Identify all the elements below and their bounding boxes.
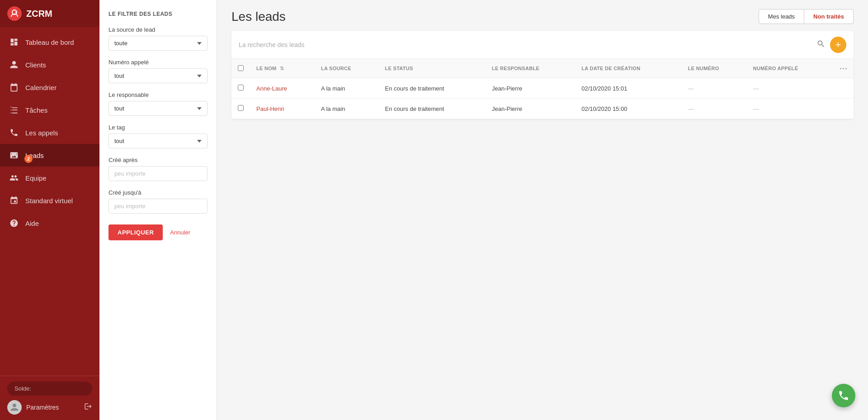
row-source-1: A la main	[315, 99, 379, 119]
filter-title: LE FILTRE DES LEADS	[108, 11, 208, 17]
row-responsable-1: Jean-Pierre	[486, 99, 575, 119]
tasks-icon	[9, 105, 19, 115]
filter-numero-label: Numéro appelé	[108, 59, 208, 66]
logo-icon	[7, 6, 22, 21]
sidebar-label-aide: Aide	[25, 220, 39, 227]
header-tabs: Mes leads Non traités	[759, 9, 854, 24]
row-nom-link-1[interactable]: Paul-Henri	[256, 105, 284, 112]
leads-table: LE NOM ⇅ LA SOURCE LE STATUS LE RESPONSA…	[231, 59, 854, 119]
page-title: Les leads	[231, 10, 286, 24]
phone-fab[interactable]	[832, 384, 855, 407]
table-row: Paul-Henri A la main En cours de traitem…	[231, 99, 854, 119]
sidebar-label-clients: Clients	[25, 61, 46, 69]
sidebar-label-standard-virtuel: Standard virtuel	[25, 197, 73, 205]
sidebar-item-aide[interactable]: Aide	[0, 212, 99, 234]
filter-cree-apres-label: Créé après	[108, 157, 208, 163]
sidebar-label-tableau-de-bord: Tableau de bord	[25, 38, 74, 46]
team-icon	[9, 173, 19, 183]
row-dots-0	[833, 78, 854, 99]
row-numero-appele-0: —	[747, 78, 833, 99]
th-dots: ⋯	[833, 59, 854, 78]
row-date-0: 02/10/2020 15:01	[575, 78, 682, 99]
sort-nom-icon[interactable]: ⇅	[280, 66, 284, 71]
sidebar-item-taches[interactable]: Tâches	[0, 99, 99, 121]
row-status-1: En cours de traitement	[379, 99, 486, 119]
logo-area[interactable]: ZCRM	[0, 0, 99, 27]
filter-group-cree-jusqu: Créé jusqu'à	[108, 189, 208, 214]
params-row[interactable]: Paramètres	[7, 400, 92, 415]
logout-icon[interactable]	[84, 402, 92, 413]
tab-non-traites[interactable]: Non traités	[804, 9, 854, 24]
calls-icon	[9, 128, 19, 138]
column-options-icon[interactable]: ⋯	[839, 64, 847, 73]
filter-numero-select[interactable]: tout Numéro 1 Numéro 2	[108, 68, 208, 83]
sidebar-item-tableau-de-bord[interactable]: Tableau de bord	[0, 31, 99, 53]
th-numero: LE NUMÉRO	[682, 59, 747, 78]
table-body: Anne-Laure A la main En cours de traitem…	[231, 78, 854, 119]
sidebar-item-equipe[interactable]: Equipe	[0, 167, 99, 189]
row-checkbox-cell	[231, 99, 250, 119]
row-checkbox-0[interactable]	[238, 85, 244, 91]
row-nom-1: Paul-Henri	[250, 99, 315, 119]
row-numero-appele-1: —	[747, 99, 833, 119]
calendar-icon	[9, 82, 19, 92]
cancel-button[interactable]: Annuler	[170, 229, 190, 236]
row-dots-1	[833, 99, 854, 119]
filter-source-select[interactable]: toute A la main Web Email	[108, 36, 208, 51]
row-nom-link-0[interactable]: Anne-Laure	[256, 85, 287, 92]
search-input[interactable]	[239, 41, 812, 48]
sidebar-bottom: Solde: Paramètres	[0, 376, 99, 420]
clients-icon	[9, 60, 19, 70]
sidebar-item-leads[interactable]: 2 Leads	[0, 144, 99, 167]
row-checkbox-1[interactable]	[238, 105, 244, 111]
sidebar-item-calendrier[interactable]: Calendrier	[0, 76, 99, 99]
th-checkbox	[231, 59, 250, 78]
main-header: Les leads Mes leads Non traités	[217, 0, 868, 31]
filter-cree-apres-input[interactable]	[108, 166, 208, 181]
row-numero-1: —	[682, 99, 747, 119]
filter-group-responsable: Le responsable tout Jean-Pierre Marie	[108, 91, 208, 116]
sidebar-item-clients[interactable]: Clients	[0, 53, 99, 76]
solde-box: Solde:	[7, 382, 92, 396]
sidebar-item-standard-virtuel[interactable]: Standard virtuel	[0, 189, 99, 212]
sidebar: ZCRM Tableau de bord Clients Calendrier	[0, 0, 99, 420]
filter-responsable-select[interactable]: tout Jean-Pierre Marie	[108, 101, 208, 116]
table-row: Anne-Laure A la main En cours de traitem…	[231, 78, 854, 99]
nav: Tableau de bord Clients Calendrier Tâche…	[0, 27, 99, 376]
dashboard-icon	[9, 37, 19, 47]
sidebar-label-les-appels: Les appels	[25, 129, 58, 137]
table-card: + LE NOM ⇅ LA SOURCE LE STATUS	[231, 31, 854, 119]
table-area: + LE NOM ⇅ LA SOURCE LE STATUS	[217, 31, 868, 420]
filter-group-cree-apres: Créé après	[108, 157, 208, 181]
row-status-0: En cours de traitement	[379, 78, 486, 99]
collapse-handle[interactable]: ‹	[217, 201, 217, 219]
th-date-creation: LA DATE DE CRÉATION	[575, 59, 682, 78]
th-responsable: LE RESPONSABLE	[486, 59, 575, 78]
apply-button[interactable]: APPLIQUER	[108, 224, 163, 240]
search-bar: +	[231, 31, 854, 59]
sidebar-item-les-appels[interactable]: Les appels	[0, 121, 99, 144]
filter-tag-label: Le tag	[108, 124, 208, 131]
row-numero-0: —	[682, 78, 747, 99]
filter-responsable-label: Le responsable	[108, 91, 208, 98]
app-name: ZCRM	[26, 9, 52, 19]
filter-tag-select[interactable]: tout Tag 1 Tag 2	[108, 134, 208, 148]
filter-group-numero: Numéro appelé tout Numéro 1 Numéro 2	[108, 59, 208, 83]
virtual-icon	[9, 196, 19, 205]
params-label: Paramètres	[26, 404, 80, 411]
table-header-row: LE NOM ⇅ LA SOURCE LE STATUS LE RESPONSA…	[231, 59, 854, 78]
filter-actions: APPLIQUER Annuler	[108, 224, 208, 240]
add-lead-button[interactable]: +	[830, 37, 846, 53]
filter-group-tag: Le tag tout Tag 1 Tag 2	[108, 124, 208, 148]
tab-mes-leads[interactable]: Mes leads	[759, 9, 804, 24]
help-icon	[9, 218, 19, 228]
filter-source-label: La source de lead	[108, 26, 208, 33]
filter-cree-jusqu-input[interactable]	[108, 199, 208, 214]
filter-cree-jusqu-label: Créé jusqu'à	[108, 189, 208, 196]
filter-panel: LE FILTRE DES LEADS La source de lead to…	[99, 0, 217, 420]
row-nom-0: Anne-Laure	[250, 78, 315, 99]
th-nom: LE NOM ⇅	[250, 59, 315, 78]
leads-icon: 2	[9, 150, 19, 160]
select-all-checkbox[interactable]	[238, 65, 244, 71]
avatar	[7, 400, 22, 415]
